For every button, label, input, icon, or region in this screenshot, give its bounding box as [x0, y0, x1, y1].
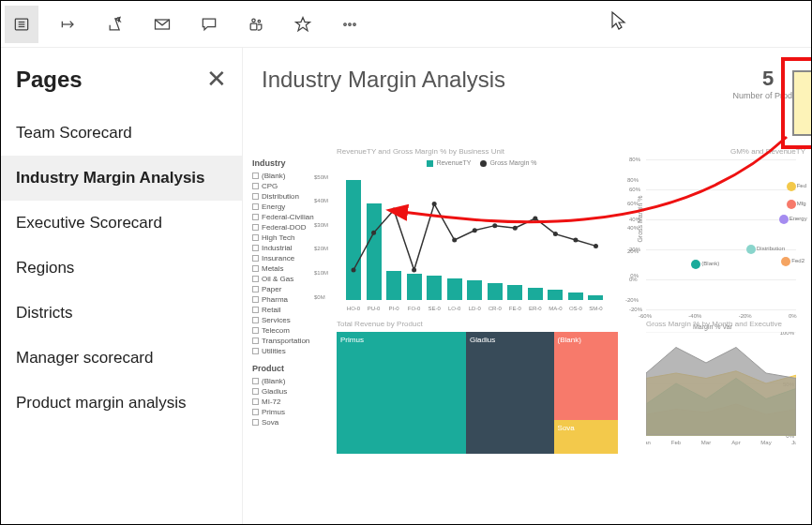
filter-heading-product: Product — [252, 364, 327, 373]
svg-text:Jan: Jan — [646, 440, 651, 445]
filter-item[interactable]: Primus — [252, 407, 327, 417]
combo-chart[interactable]: RevenueTY and Gross Margin % by Business… — [337, 147, 627, 311]
pages-sidebar: Pages ✕ Team ScorecardIndustry Margin An… — [1, 48, 243, 524]
scatter-chart[interactable]: GM% and RevenueTY 80%60%40%20%0%-20%-60%… — [646, 147, 805, 309]
svg-text:100%: 100% — [780, 332, 795, 336]
treemap-chart[interactable]: Total Revenue by Product PrimusGladius(B… — [337, 320, 627, 454]
svg-point-17 — [352, 267, 356, 272]
svg-point-29 — [594, 244, 598, 248]
scatter-point[interactable] — [691, 260, 700, 269]
sidebar-item[interactable]: Regions — [1, 246, 242, 291]
sidebar-item[interactable]: Districts — [1, 291, 242, 336]
treemap-cell[interactable]: Gladius — [466, 332, 554, 454]
teams-button[interactable] — [239, 6, 273, 43]
filter-item[interactable]: CPG — [252, 181, 327, 191]
filter-item[interactable]: MI-72 — [252, 397, 327, 407]
sidebar-item[interactable]: Product margin analysis — [1, 381, 242, 426]
svg-text:May: May — [760, 440, 771, 445]
filter-item[interactable]: Telecom — [252, 325, 327, 336]
svg-point-11 — [258, 20, 261, 22]
svg-text:Feb: Feb — [671, 440, 682, 445]
chart-title: Total Revenue by Product — [337, 320, 627, 328]
filter-item[interactable]: Transportation — [252, 336, 327, 346]
sidebar-item[interactable]: Executive Scorecard — [1, 201, 242, 246]
scatter-point[interactable] — [779, 215, 789, 224]
svg-rect-12 — [250, 23, 257, 30]
svg-point-19 — [392, 207, 397, 212]
filter-heading-industry: Industry — [252, 158, 327, 168]
filter-item[interactable]: High Tech — [252, 232, 327, 243]
close-icon[interactable]: ✕ — [206, 65, 227, 94]
svg-point-25 — [513, 225, 518, 230]
page-title: Industry Margin Analysis — [262, 67, 802, 93]
filter-item[interactable]: Insurance — [252, 253, 327, 263]
sidebar-item[interactable]: Industry Margin Analysis — [1, 156, 242, 201]
svg-point-14 — [344, 22, 347, 25]
report-canvas: Industry Margin Analysis Team scorecard … — [243, 48, 811, 524]
favorite-button[interactable] — [286, 6, 320, 43]
svg-text:Jun: Jun — [791, 440, 796, 445]
sidebar-item[interactable]: Team Scorecard — [1, 111, 242, 156]
filter-item[interactable]: Sova — [252, 417, 327, 428]
cursor-icon — [610, 10, 627, 35]
filter-item[interactable]: Federal-Civilian — [252, 212, 327, 222]
filter-item[interactable]: Retail — [252, 305, 327, 315]
svg-point-10 — [252, 19, 255, 22]
treemap-cell[interactable]: Primus — [337, 332, 466, 454]
svg-point-26 — [533, 216, 537, 220]
comment-button[interactable] — [192, 6, 226, 43]
sidebar-item[interactable]: Manager scorecard — [1, 336, 242, 381]
menu-button[interactable] — [5, 6, 38, 43]
mail-button[interactable] — [145, 6, 179, 43]
chart-legend: RevenueTY Gross Margin % — [337, 159, 627, 167]
filter-item[interactable]: Paper — [252, 284, 327, 294]
svg-point-23 — [473, 228, 477, 232]
scatter-point[interactable] — [746, 245, 756, 254]
svg-point-18 — [371, 230, 376, 234]
treemap-cell[interactable]: Sova — [554, 420, 618, 455]
area-chart[interactable]: Gross Margin % by Month and Executive 10… — [646, 320, 805, 454]
filter-panel: Industry (Blank)CPGDistributionEnergyFed… — [252, 151, 327, 428]
svg-text:Mar: Mar — [701, 440, 711, 445]
export-button[interactable] — [52, 6, 85, 43]
svg-point-21 — [432, 202, 437, 206]
chart-title: Gross Margin % by Month and Executive — [646, 320, 805, 328]
more-button[interactable] — [333, 6, 367, 43]
svg-point-27 — [553, 232, 558, 236]
treemap-cell[interactable]: (Blank) — [554, 332, 618, 420]
filter-item[interactable]: Utilities — [252, 346, 327, 356]
scatter-point[interactable] — [781, 257, 790, 266]
svg-point-22 — [452, 237, 457, 242]
app-toolbar — [1, 1, 811, 48]
svg-point-20 — [412, 267, 416, 272]
filter-item[interactable]: Services — [252, 315, 327, 325]
svg-point-15 — [349, 22, 352, 25]
scatter-point[interactable] — [787, 200, 796, 209]
sidebar-title: Pages — [16, 67, 83, 93]
filter-item[interactable]: (Blank) — [252, 376, 327, 386]
svg-text:Apr: Apr — [731, 440, 740, 445]
svg-point-24 — [492, 223, 497, 228]
chart-title: RevenueTY and Gross Margin % by Business… — [337, 147, 627, 156]
svg-point-28 — [573, 237, 578, 242]
team-scorecard-button[interactable]: Team scorecard — [792, 70, 811, 136]
scatter-point[interactable] — [787, 182, 796, 191]
filter-item[interactable]: Gladius — [252, 386, 327, 397]
svg-marker-13 — [296, 17, 310, 30]
share-button[interactable] — [98, 6, 132, 43]
svg-point-16 — [353, 22, 356, 25]
annotation-highlight: Team scorecard — [781, 57, 811, 149]
